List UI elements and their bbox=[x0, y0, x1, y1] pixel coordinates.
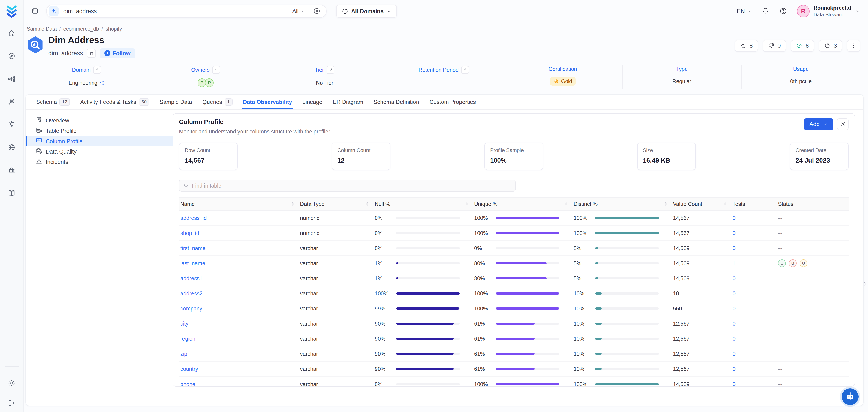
language-dropdown[interactable]: EN bbox=[737, 8, 752, 15]
tests-link[interactable]: 1 bbox=[733, 260, 736, 266]
tests-link[interactable]: 0 bbox=[733, 230, 736, 236]
column-name-link[interactable]: last_name bbox=[180, 260, 205, 266]
table-column-header[interactable]: Name bbox=[179, 201, 297, 207]
tests-link[interactable]: 0 bbox=[733, 275, 736, 282]
subnav-item-table-profile[interactable]: Table Profile bbox=[26, 126, 173, 136]
table-column-header[interactable]: Null % bbox=[375, 201, 471, 207]
column-name-link[interactable]: region bbox=[180, 336, 195, 342]
sort-icon[interactable] bbox=[564, 201, 568, 207]
owner-avatar[interactable]: P bbox=[205, 78, 214, 87]
sort-icon[interactable] bbox=[723, 201, 727, 207]
column-name-link[interactable]: address_id bbox=[180, 215, 207, 221]
breadcrumb-link[interactable]: shopify bbox=[106, 26, 122, 32]
sidebar-toggle-icon[interactable] bbox=[30, 6, 40, 17]
tests-link[interactable]: 0 bbox=[733, 321, 736, 327]
versions-button[interactable]: 3 bbox=[819, 40, 842, 52]
tab-data-observability[interactable]: Data Observability bbox=[239, 95, 297, 109]
data-type-cell: varchar bbox=[300, 275, 371, 282]
table-column-header[interactable]: Unique % bbox=[474, 201, 570, 207]
unique-pct-value: 100% bbox=[474, 215, 496, 221]
tab-lineage[interactable]: Lineage bbox=[298, 95, 327, 109]
tests-link[interactable]: 0 bbox=[733, 306, 736, 312]
column-name-link[interactable]: address2 bbox=[180, 290, 203, 297]
more-options-kebab-icon[interactable] bbox=[847, 40, 860, 52]
followers-button[interactable]: 8 bbox=[791, 40, 814, 52]
help-icon[interactable] bbox=[779, 7, 787, 15]
tests-link[interactable]: 0 bbox=[733, 381, 736, 387]
subnav-item-overview[interactable]: Overview bbox=[26, 115, 173, 126]
lineage-icon[interactable] bbox=[7, 74, 17, 84]
panel-expand-chevron-icon[interactable] bbox=[862, 280, 868, 288]
column-name-link[interactable]: company bbox=[180, 306, 202, 312]
column-name-link[interactable]: address1 bbox=[180, 275, 203, 282]
tests-link[interactable]: 0 bbox=[733, 351, 736, 357]
column-name-link[interactable]: country bbox=[180, 366, 198, 372]
tests-link[interactable]: 0 bbox=[733, 366, 736, 372]
upvote-button[interactable]: 8 bbox=[735, 40, 758, 52]
tab-custom-properties[interactable]: Custom Properties bbox=[425, 95, 480, 109]
follow-button[interactable]: ★ Follow bbox=[100, 48, 135, 58]
tab-sample-data[interactable]: Sample Data bbox=[155, 95, 196, 109]
domains-icon[interactable] bbox=[7, 143, 17, 152]
entity-name: dim_address bbox=[48, 50, 83, 57]
observability-icon[interactable] bbox=[7, 97, 17, 106]
breadcrumb-link[interactable]: ecommerce_db bbox=[63, 26, 99, 32]
all-domains-button[interactable]: All Domains bbox=[336, 5, 397, 18]
find-in-table-box bbox=[179, 180, 516, 192]
explore-icon[interactable] bbox=[7, 51, 17, 61]
tab-label: Lineage bbox=[303, 99, 322, 105]
search-scope-dropdown[interactable]: All bbox=[292, 8, 305, 15]
edit-pencil-icon[interactable] bbox=[93, 66, 101, 74]
glossary-icon[interactable] bbox=[7, 188, 17, 198]
logout-icon[interactable] bbox=[7, 398, 17, 408]
settings-icon[interactable] bbox=[7, 378, 17, 388]
tab-schema[interactable]: Schema 12 bbox=[32, 95, 74, 109]
tab-queries[interactable]: Queries 1 bbox=[198, 95, 237, 109]
column-name-link[interactable]: shop_id bbox=[180, 230, 199, 236]
table-column-header[interactable]: Distinct % bbox=[574, 201, 670, 207]
overview-icon bbox=[36, 117, 42, 125]
thumbs-down-icon bbox=[768, 42, 774, 49]
sort-icon[interactable] bbox=[664, 201, 668, 207]
sort-icon[interactable] bbox=[366, 201, 369, 207]
insights-icon[interactable] bbox=[7, 120, 17, 129]
tests-link[interactable]: 0 bbox=[733, 215, 736, 221]
sort-icon[interactable] bbox=[291, 201, 294, 207]
tab-activity-feeds-tasks[interactable]: Activity Feeds & Tasks 60 bbox=[76, 95, 154, 109]
add-label: Add bbox=[809, 121, 820, 128]
column-name-link[interactable]: phone bbox=[180, 381, 195, 387]
governance-icon[interactable] bbox=[7, 166, 17, 175]
sort-icon[interactable] bbox=[465, 201, 468, 207]
downvote-button[interactable]: 0 bbox=[763, 40, 786, 52]
subnav-item-incidents[interactable]: Incidents bbox=[26, 157, 173, 167]
tab-schema-definition[interactable]: Schema Definition bbox=[369, 95, 424, 109]
column-name-link[interactable]: zip bbox=[180, 351, 187, 357]
tests-link[interactable]: 0 bbox=[733, 290, 736, 297]
clear-search-icon[interactable] bbox=[313, 7, 320, 15]
home-icon[interactable] bbox=[7, 28, 17, 38]
column-name-link[interactable]: first_name bbox=[180, 245, 206, 251]
edit-pencil-icon[interactable] bbox=[461, 66, 469, 74]
add-button[interactable]: Add bbox=[804, 118, 834, 130]
tests-link[interactable]: 0 bbox=[733, 245, 736, 251]
breadcrumb-separator: / bbox=[102, 26, 103, 32]
tab-er-diagram[interactable]: ER Diagram bbox=[328, 95, 368, 109]
table-column-header[interactable]: Data Type bbox=[300, 201, 371, 207]
edit-pencil-icon[interactable] bbox=[212, 66, 220, 74]
find-in-table-input[interactable] bbox=[192, 183, 511, 189]
breadcrumb-link[interactable]: Sample Data bbox=[27, 26, 57, 32]
profiler-settings-gear-icon[interactable] bbox=[837, 118, 848, 130]
tests-link[interactable]: 0 bbox=[733, 336, 736, 342]
notifications-bell-icon[interactable] bbox=[762, 7, 769, 15]
table-column-header[interactable]: Value Count bbox=[673, 201, 729, 207]
ai-assistant-bot-button[interactable] bbox=[842, 388, 859, 405]
edit-pencil-icon[interactable] bbox=[327, 66, 334, 74]
subnav-item-column-profile[interactable]: Column Profile bbox=[26, 136, 173, 147]
copy-icon[interactable] bbox=[87, 49, 96, 58]
global-search-input[interactable] bbox=[63, 8, 292, 15]
column-name-link[interactable]: city bbox=[180, 321, 188, 327]
subnav-item-data-quality[interactable]: Data Quality bbox=[26, 147, 173, 157]
user-menu[interactable]: R Rounakpreet.d Data Steward bbox=[797, 5, 860, 18]
user-avatar[interactable]: R bbox=[797, 5, 810, 18]
app-logo-icon[interactable] bbox=[4, 5, 20, 19]
